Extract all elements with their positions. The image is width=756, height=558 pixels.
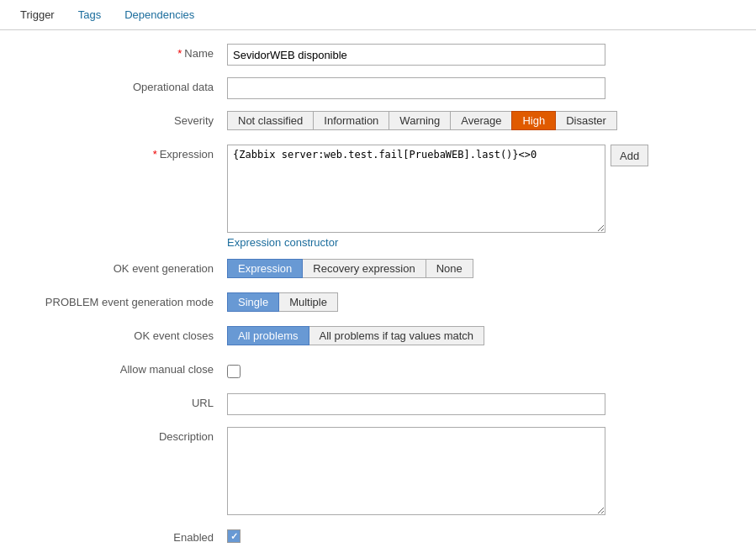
ok-event-row: OK event generation Expression Recovery … xyxy=(0,259,756,282)
tabs-bar: Trigger Tags Dependencies xyxy=(0,0,756,30)
ok-event-label: OK event generation xyxy=(0,259,227,275)
enabled-checkbox[interactable] xyxy=(227,529,241,543)
description-textarea[interactable] xyxy=(227,427,605,515)
description-label: Description xyxy=(0,427,227,443)
severity-group: Not classified Information Warning Avera… xyxy=(227,111,756,130)
severity-average[interactable]: Average xyxy=(450,111,512,130)
description-row: Description xyxy=(0,427,756,518)
severity-high[interactable]: High xyxy=(511,111,556,130)
tab-trigger[interactable]: Trigger xyxy=(8,0,66,29)
severity-row: Severity Not classified Information Warn… xyxy=(0,111,756,134)
enabled-checkbox-wrap xyxy=(227,528,756,543)
url-label: URL xyxy=(0,393,227,409)
problem-event-control: Single Multiple xyxy=(227,292,756,312)
name-row: *Name xyxy=(0,44,756,67)
operational-data-label: Operational data xyxy=(0,77,227,93)
expression-constructor-link[interactable]: Expression constructor xyxy=(227,236,756,249)
ok-closes-tag-match[interactable]: All problems if tag values match xyxy=(309,326,485,345)
severity-not-classified[interactable]: Not classified xyxy=(227,111,314,130)
enabled-control xyxy=(227,528,756,543)
expression-label: *Expression xyxy=(0,145,227,161)
expression-area: {Zabbix server:web.test.fail[PruebaWEB].… xyxy=(227,145,756,233)
expression-control: {Zabbix server:web.test.fail[PruebaWEB].… xyxy=(227,145,756,249)
ok-closes-all-problems[interactable]: All problems xyxy=(227,326,309,345)
severity-label: Severity xyxy=(0,111,227,127)
problem-event-group: Single Multiple xyxy=(227,292,756,312)
ok-event-expression[interactable]: Expression xyxy=(227,259,303,278)
url-control xyxy=(227,393,756,415)
url-row: URL xyxy=(0,393,756,417)
url-input[interactable] xyxy=(227,393,605,415)
operational-data-row: Operational data xyxy=(0,77,756,101)
expression-add-button[interactable]: Add xyxy=(611,145,648,166)
description-control xyxy=(227,427,756,518)
operational-data-input[interactable] xyxy=(227,77,605,99)
ok-closes-row: OK event closes All problems All problem… xyxy=(0,326,756,350)
expression-row: *Expression {Zabbix server:web.test.fail… xyxy=(0,145,756,249)
ok-event-recovery[interactable]: Recovery expression xyxy=(302,259,426,278)
ok-closes-label: OK event closes xyxy=(0,326,227,342)
name-control xyxy=(227,44,756,66)
allow-manual-control xyxy=(227,360,756,378)
severity-warning[interactable]: Warning xyxy=(389,111,451,130)
trigger-form: *Name Operational data Severity Not clas… xyxy=(0,30,756,558)
allow-manual-checkbox-wrap xyxy=(227,360,756,378)
expression-textarea[interactable]: {Zabbix server:web.test.fail[PruebaWEB].… xyxy=(227,145,605,233)
enabled-row: Enabled xyxy=(0,528,756,551)
severity-control: Not classified Information Warning Avera… xyxy=(227,111,756,130)
allow-manual-label: Allow manual close xyxy=(0,360,227,376)
severity-disaster[interactable]: Disaster xyxy=(555,111,617,130)
allow-manual-checkbox[interactable] xyxy=(227,365,241,378)
name-required-star: * xyxy=(177,47,182,60)
problem-event-row: PROBLEM event generation mode Single Mul… xyxy=(0,292,756,316)
expression-required-star: * xyxy=(153,148,157,161)
ok-closes-group: All problems All problems if tag values … xyxy=(227,326,756,345)
allow-manual-row: Allow manual close xyxy=(0,360,756,383)
tab-dependencies[interactable]: Dependencies xyxy=(113,0,206,29)
ok-event-none[interactable]: None xyxy=(426,259,473,278)
problem-event-single[interactable]: Single xyxy=(227,292,279,312)
problem-event-multiple[interactable]: Multiple xyxy=(278,292,338,312)
ok-closes-control: All problems All problems if tag values … xyxy=(227,326,756,345)
ok-event-control: Expression Recovery expression None xyxy=(227,259,756,278)
name-input[interactable] xyxy=(227,44,605,66)
operational-data-control xyxy=(227,77,756,99)
name-label: *Name xyxy=(0,44,227,60)
tab-tags[interactable]: Tags xyxy=(66,0,113,29)
ok-event-group: Expression Recovery expression None xyxy=(227,259,756,278)
severity-information[interactable]: Information xyxy=(313,111,389,130)
enabled-label: Enabled xyxy=(0,528,227,544)
problem-event-label: PROBLEM event generation mode xyxy=(0,292,227,308)
